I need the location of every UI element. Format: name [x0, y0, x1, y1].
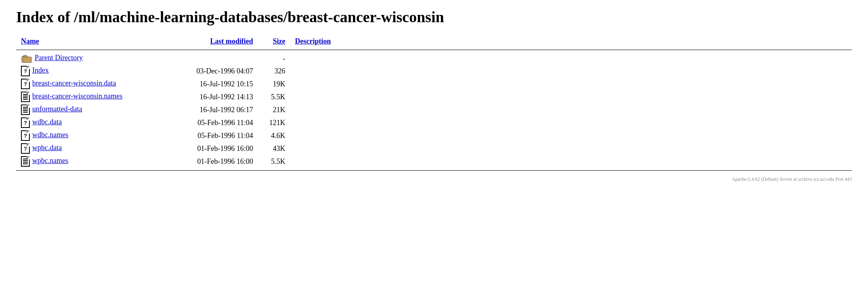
table-row: ↑ Parent Directory-: [16, 52, 852, 65]
file-description-cell: [290, 129, 852, 142]
file-name-cell: ?wdbc.names: [16, 129, 169, 142]
header-divider: [16, 50, 852, 50]
table-row: ?Index03-Dec-1996 04:07326: [16, 65, 852, 77]
file-name-cell: ?wdbc.data: [16, 116, 169, 129]
file-description-cell: [290, 103, 852, 116]
file-link[interactable]: wpbc.data: [32, 144, 62, 152]
table-row: ?wdbc.data05-Feb-1996 11:04121K: [16, 116, 852, 129]
table-row: ?wdbc.names05-Feb-1996 11:044.6K: [16, 129, 852, 142]
page-title: Index of /ml/machine-learning-databases/…: [16, 8, 852, 26]
file-link[interactable]: wdbc.names: [32, 131, 68, 139]
col-header-name: Name: [16, 36, 169, 47]
file-description-cell: [290, 116, 852, 129]
file-modified-cell: 01-Feb-1996 16:00: [169, 155, 258, 168]
file-size-cell: -: [258, 52, 290, 65]
file-description-cell: [290, 155, 852, 168]
file-link[interactable]: breast-cancer-wisconsin.data: [32, 79, 116, 87]
table-row: ?wpbc.data01-Feb-1996 16:0043K: [16, 142, 852, 155]
sort-desc-link[interactable]: Description: [295, 37, 331, 45]
sort-name-link[interactable]: Name: [21, 37, 39, 45]
unknown-file-icon: ?: [21, 143, 30, 154]
file-name-cell: ↑ Parent Directory: [16, 52, 169, 65]
sort-size-link[interactable]: Size: [273, 37, 285, 45]
file-size-cell: 121K: [258, 116, 290, 129]
file-name-cell: unformatted-data: [16, 103, 169, 116]
unknown-file-icon: ?: [21, 79, 30, 89]
file-size-cell: 4.6K: [258, 129, 290, 142]
file-size-cell: 21K: [258, 103, 290, 116]
file-description-cell: [290, 142, 852, 155]
file-link[interactable]: wpbc.names: [32, 157, 68, 165]
table-row: ?breast-cancer-wisconsin.data16-Jul-1992…: [16, 77, 852, 90]
file-name-cell: ?Index: [16, 65, 169, 77]
file-name-cell: breast-cancer-wisconsin.names: [16, 90, 169, 103]
file-name-cell: ?breast-cancer-wisconsin.data: [16, 77, 169, 90]
unknown-file-icon: ?: [21, 66, 30, 76]
unknown-file-icon: ?: [21, 130, 30, 141]
file-modified-cell: 01-Feb-1996 16:00: [169, 142, 258, 155]
file-modified-cell: 05-Feb-1996 11:04: [169, 116, 258, 129]
file-link[interactable]: breast-cancer-wisconsin.names: [32, 92, 123, 100]
sort-modified-link[interactable]: Last modified: [210, 37, 253, 45]
table-row: unformatted-data16-Jul-1992 06:1721K: [16, 103, 852, 116]
folder-icon: ↑: [21, 54, 32, 63]
file-size-cell: 43K: [258, 142, 290, 155]
file-link[interactable]: Index: [32, 66, 49, 74]
file-size-cell: 19K: [258, 77, 290, 90]
file-description-cell: [290, 77, 852, 90]
file-listing-table: Name Last modified Size Description ↑ Pa: [16, 36, 852, 173]
file-link[interactable]: wdbc.data: [32, 118, 62, 126]
file-link[interactable]: Parent Directory: [35, 54, 83, 62]
file-modified-cell: 16-Jul-1992 10:15: [169, 77, 258, 90]
file-size-cell: 326: [258, 65, 290, 77]
file-modified-cell: 16-Jul-1992 14:13: [169, 90, 258, 103]
file-size-cell: 5.5K: [258, 90, 290, 103]
file-description-cell: [290, 52, 852, 65]
file-size-cell: 5.5K: [258, 155, 290, 168]
file-name-cell: wpbc.names: [16, 155, 169, 168]
text-file-icon: [21, 156, 30, 167]
footer-divider: [16, 170, 852, 171]
col-header-modified: Last modified: [169, 36, 258, 47]
text-file-icon: [21, 92, 30, 102]
file-modified-cell: 03-Dec-1996 04:07: [169, 65, 258, 77]
text-file-icon: [21, 105, 30, 115]
unknown-file-icon: ?: [21, 117, 30, 128]
file-modified-cell: [169, 52, 258, 65]
table-row: wpbc.names01-Feb-1996 16:005.5K: [16, 155, 852, 168]
file-link[interactable]: unformatted-data: [32, 105, 82, 113]
col-header-size: Size: [258, 36, 290, 47]
file-description-cell: [290, 65, 852, 77]
col-header-description: Description: [290, 36, 852, 47]
file-description-cell: [290, 90, 852, 103]
server-footer: Apache/2.4.62 (Debian) Server at archive…: [16, 176, 852, 182]
file-name-cell: ?wpbc.data: [16, 142, 169, 155]
file-modified-cell: 05-Feb-1996 11:04: [169, 129, 258, 142]
svg-text:↑: ↑: [23, 58, 25, 62]
table-row: breast-cancer-wisconsin.names16-Jul-1992…: [16, 90, 852, 103]
file-modified-cell: 16-Jul-1992 06:17: [169, 103, 258, 116]
